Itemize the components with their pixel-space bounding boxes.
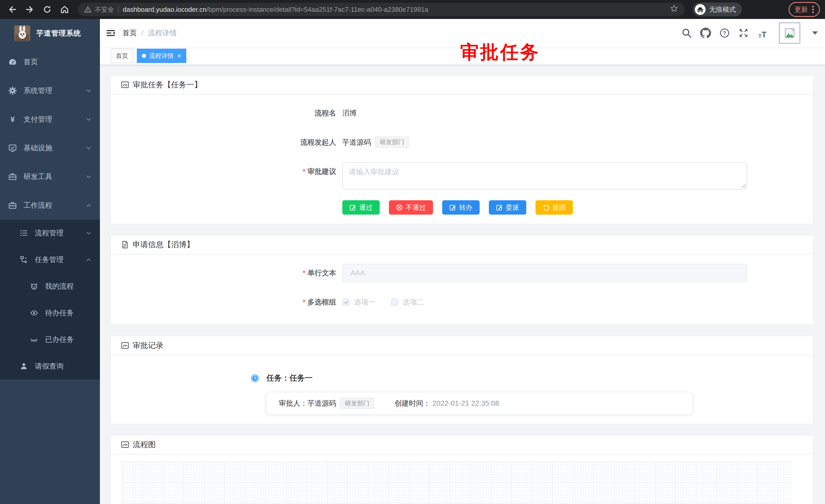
help-button[interactable]: ? xyxy=(719,27,730,39)
single-text-label: 单行文本 xyxy=(121,264,342,282)
breadcrumb-home[interactable]: 首页 xyxy=(123,28,137,38)
card-title: 流程图 xyxy=(133,439,156,450)
eye-close-icon xyxy=(30,335,39,344)
process-name-value: 滔博 xyxy=(342,104,357,122)
undo-icon xyxy=(543,204,549,211)
user-icon xyxy=(19,362,28,370)
approver-label: 审批人： xyxy=(279,399,307,408)
url-host: dashboard.yudao.iocoder.cn xyxy=(123,6,207,13)
update-button[interactable]: 更新 xyxy=(789,2,820,17)
help-icon: ? xyxy=(720,28,730,38)
tab-process-detail[interactable]: 流程详情 × xyxy=(137,49,186,63)
reload-icon xyxy=(43,5,52,14)
menu-dots-icon[interactable] xyxy=(812,5,814,14)
sidebar-item-my-process[interactable]: 我的流程 xyxy=(0,273,100,300)
fold-sidebar-button[interactable] xyxy=(106,28,115,37)
bookmark-button[interactable] xyxy=(670,4,678,15)
sidebar-item-todo-task[interactable]: 待办任务 xyxy=(0,300,100,326)
return-button[interactable]: 退回 xyxy=(535,200,573,215)
sidebar-item-payment[interactable]: ¥ 支付管理 xyxy=(0,105,100,134)
checkbox-option1 xyxy=(342,299,350,306)
forward-icon xyxy=(25,5,34,14)
initiator-value: 芋道源码 xyxy=(342,138,371,146)
reject-button[interactable]: 不通过 xyxy=(389,200,433,215)
avatar[interactable] xyxy=(779,22,801,44)
single-text-input: AAA xyxy=(342,264,747,282)
created-label: 创建时间： xyxy=(394,399,431,408)
transfer-button[interactable]: 转办 xyxy=(442,200,479,215)
process-name-label: 流程名 xyxy=(121,104,342,122)
app-logo xyxy=(14,25,30,41)
close-tab-icon[interactable]: × xyxy=(177,53,181,59)
screen: 不安全 dashboard.yudao.iocoder.cn/bpm/proce… xyxy=(0,0,825,504)
sidebar-item-infra[interactable]: 基础设施 xyxy=(0,134,100,162)
tab-home[interactable]: 首页 xyxy=(111,49,133,63)
chevron-down-icon xyxy=(86,88,92,94)
reload-button[interactable] xyxy=(40,2,54,17)
record-task-title: 任务：任务一 xyxy=(267,373,313,384)
dept-tag: 研发部门 xyxy=(340,398,374,409)
bookmark-star-icon xyxy=(670,4,678,13)
sidebar-submenu-workflow: 流程管理 任务管理 我的流程 待办任务 xyxy=(0,220,100,380)
card-title: 申请信息【滔博】 xyxy=(133,240,194,250)
app-title: 芋道管理系统 xyxy=(36,28,81,38)
sidebar-item-done-task[interactable]: 已办任务 xyxy=(0,326,100,353)
back-icon xyxy=(7,5,17,14)
card-title: 审批记录 xyxy=(133,340,163,351)
tree-list-icon xyxy=(19,229,28,237)
chevron-up-icon xyxy=(86,257,92,263)
svg-text:?: ? xyxy=(723,30,726,36)
process-name-row: 流程名 滔博 xyxy=(121,104,803,122)
chevron-down-icon xyxy=(86,174,92,180)
sidebar-item-task-mgmt[interactable]: 任务管理 xyxy=(0,246,100,273)
github-button[interactable] xyxy=(700,27,711,39)
sidebar-item-home[interactable]: 首页 xyxy=(0,48,100,76)
record-detail-card: 审批人： 芋道源码 研发部门 创建时间： 2022-01-21 22:35:08 xyxy=(266,392,693,415)
sidebar-item-process-mgmt[interactable]: 流程管理 xyxy=(0,220,100,246)
toolbox-icon xyxy=(8,172,17,181)
incognito-badge: 无痕模式 xyxy=(693,3,742,16)
checkbox-option2 xyxy=(391,299,398,306)
flow-icon xyxy=(19,255,28,264)
face-icon xyxy=(30,282,39,291)
address-bar[interactable]: 不安全 dashboard.yudao.iocoder.cn/bpm/proce… xyxy=(78,3,685,16)
incognito-icon xyxy=(696,6,704,13)
suggestion-textarea[interactable]: 请输入审批建议 xyxy=(342,162,747,189)
search-button[interactable] xyxy=(681,27,692,39)
back-button[interactable] xyxy=(5,2,19,17)
chevron-up-icon xyxy=(86,202,92,208)
chevron-down-icon xyxy=(86,230,92,236)
edit-icon xyxy=(350,204,356,211)
infra-icon xyxy=(8,144,17,152)
suggestion-row: 审批建议 请输入审批建议 xyxy=(121,162,803,189)
sidebar-item-system[interactable]: 系统管理 xyxy=(0,76,100,105)
top-navbar: 首页 / 流程详情 审批任务 ? TT xyxy=(100,19,825,47)
sidebar-item-devtools[interactable]: 研发工具 xyxy=(0,162,100,191)
circle-x-icon xyxy=(396,204,403,211)
single-text-row: 单行文本 AAA xyxy=(121,264,803,282)
font-size-button[interactable]: TT xyxy=(757,27,768,39)
suggestion-label: 审批建议 xyxy=(121,162,342,189)
clock-icon xyxy=(250,374,259,383)
annotation-approval-task: 审批任务 xyxy=(460,40,540,65)
sidebar-item-workflow[interactable]: 工作流程 xyxy=(0,191,100,220)
fullscreen-button[interactable] xyxy=(738,27,749,39)
sidebar-item-leave-query[interactable]: 请假查询 xyxy=(0,353,100,380)
flow-chart-card: 流程图 xyxy=(110,435,814,504)
caret-down-icon[interactable] xyxy=(812,31,818,35)
chevron-down-icon xyxy=(86,116,92,122)
picture-icon xyxy=(121,440,129,449)
home-button[interactable] xyxy=(57,2,72,17)
active-tab-dot xyxy=(142,54,146,58)
app-logo-row[interactable]: 芋道管理系统 xyxy=(0,19,100,48)
created-value: 2022-01-21 22:35:08 xyxy=(433,399,499,408)
approval-task-card: 审批任务【任务一】 流程名 滔博 流程发起人 芋道源码研发部门 审批建议 请输入… xyxy=(110,75,814,224)
bpmn-canvas[interactable] xyxy=(122,462,791,504)
approve-button[interactable]: 通过 xyxy=(342,200,380,215)
forward-button[interactable] xyxy=(22,2,37,17)
initiator-row: 流程发起人 芋道源码研发部门 xyxy=(121,133,803,152)
gear-icon xyxy=(8,86,17,95)
card-title: 审批任务【任务一】 xyxy=(133,80,202,90)
delegate-button[interactable]: 委派 xyxy=(489,200,526,215)
chevron-down-icon xyxy=(86,145,92,151)
